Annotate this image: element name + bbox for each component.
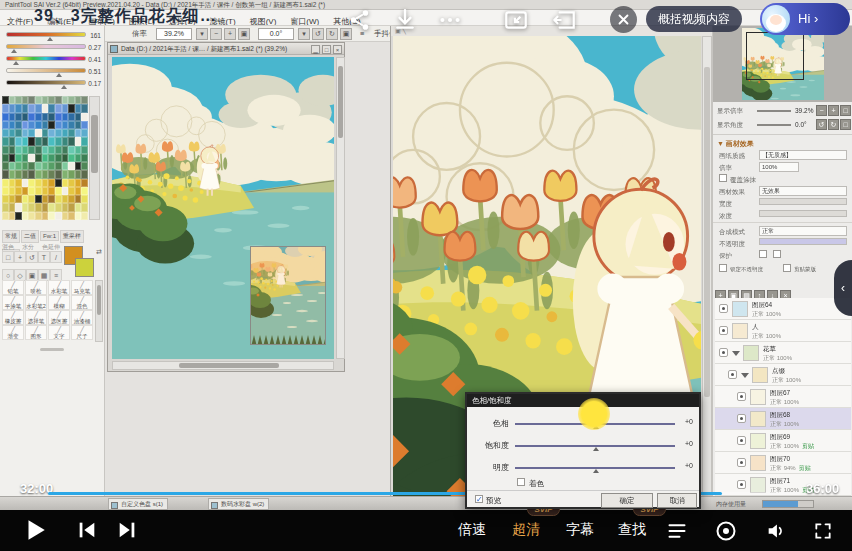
- swatch-cell[interactable]: [42, 187, 49, 195]
- swatch-cell[interactable]: [48, 121, 55, 129]
- effect-density-slider[interactable]: [759, 210, 847, 217]
- color-slider[interactable]: 0.27: [2, 42, 103, 54]
- swatch-cell[interactable]: [9, 187, 16, 195]
- swatch-cell[interactable]: [55, 137, 62, 145]
- swatch-cell[interactable]: [75, 170, 82, 178]
- tool-icon[interactable]: T: [38, 251, 50, 263]
- swatch-cell[interactable]: [62, 146, 69, 154]
- swatch-cell[interactable]: [81, 121, 88, 129]
- swatch-cell[interactable]: [15, 137, 22, 145]
- layer-visibility-icon[interactable]: [737, 436, 746, 445]
- swatch-cell[interactable]: [68, 121, 75, 129]
- swatch-cell[interactable]: [48, 212, 55, 220]
- color-slider-marker[interactable]: [47, 37, 53, 41]
- swatch-cell[interactable]: [55, 170, 62, 178]
- swatch-cell[interactable]: [42, 154, 49, 162]
- color-slider[interactable]: 161: [2, 30, 103, 42]
- record-screen-icon[interactable]: [714, 519, 738, 547]
- maximize-button[interactable]: □: [322, 45, 331, 54]
- swatch-scrollbar[interactable]: [89, 96, 100, 220]
- swatch-cell[interactable]: [68, 195, 75, 203]
- zoom-canvas-vscroll-thumb[interactable]: [704, 67, 710, 397]
- swatch-cell[interactable]: [55, 212, 62, 220]
- swatch-cell[interactable]: [75, 187, 82, 195]
- swatch-cell[interactable]: [55, 162, 62, 170]
- swatch-cell[interactable]: [15, 179, 22, 187]
- reference-image-panel[interactable]: [250, 246, 326, 345]
- swatch-cell[interactable]: [22, 212, 29, 220]
- swatch-cell[interactable]: [81, 146, 88, 154]
- swatch-cell[interactable]: [62, 179, 69, 187]
- close-window-button[interactable]: ×: [333, 45, 342, 54]
- swatch-cell[interactable]: [62, 162, 69, 170]
- lightness-slider-marker[interactable]: [593, 469, 599, 473]
- swatch-cell[interactable]: [68, 137, 75, 145]
- swatch-cell[interactable]: [15, 187, 22, 195]
- ok-button[interactable]: 确定: [601, 493, 653, 508]
- swatch-cell[interactable]: [35, 113, 42, 121]
- texture-scale-value[interactable]: 100%: [759, 162, 799, 172]
- swatch-cell[interactable]: [28, 170, 35, 178]
- swatch-cell[interactable]: [55, 195, 62, 203]
- swatch-cell[interactable]: [68, 170, 75, 178]
- swatch-cell[interactable]: [55, 104, 62, 112]
- color-swatch-grid[interactable]: [2, 96, 88, 220]
- swatch-cell[interactable]: [68, 212, 75, 220]
- swatch-cell[interactable]: [42, 170, 49, 178]
- preview-checkbox[interactable]: ✓: [475, 495, 483, 503]
- swatch-cell[interactable]: [55, 179, 62, 187]
- layer-visibility-icon[interactable]: [719, 304, 728, 313]
- swatch-cell[interactable]: [15, 212, 22, 220]
- color-slider-marker[interactable]: [13, 61, 19, 65]
- swatch-cell[interactable]: [75, 162, 82, 170]
- swatch-cell[interactable]: [28, 104, 35, 112]
- swatch-cell[interactable]: [55, 187, 62, 195]
- colorize-checkbox[interactable]: [517, 478, 525, 486]
- swatch-cell[interactable]: [68, 179, 75, 187]
- color-slider-marker[interactable]: [11, 49, 17, 53]
- swatch-cell[interactable]: [28, 187, 35, 195]
- swatch-cell[interactable]: [35, 129, 42, 137]
- swatch-cell[interactable]: [55, 129, 62, 137]
- swatch-cell[interactable]: [68, 146, 75, 154]
- swatch-cell[interactable]: [62, 121, 69, 129]
- swatch-cell[interactable]: [48, 113, 55, 121]
- swatch-cell[interactable]: [22, 154, 29, 162]
- swatch-cell[interactable]: [9, 113, 16, 121]
- volume-icon[interactable]: [764, 520, 788, 546]
- swatch-cell[interactable]: [81, 203, 88, 211]
- swatch-cell[interactable]: [42, 146, 49, 154]
- swatch-cell[interactable]: [55, 96, 62, 104]
- brush-item[interactable]: ╱马克笔: [71, 280, 93, 295]
- swatch-cell[interactable]: [15, 113, 22, 121]
- brush-item[interactable]: ╱油漆桶: [71, 310, 93, 325]
- swatch-cell[interactable]: [15, 104, 22, 112]
- swatch-cell[interactable]: [35, 96, 42, 104]
- swatch-cell[interactable]: [42, 104, 49, 112]
- swatch-cell[interactable]: [9, 170, 16, 178]
- swatch-cell[interactable]: [42, 121, 49, 129]
- swatch-cell[interactable]: [42, 96, 49, 104]
- swatch-cell[interactable]: [9, 96, 16, 104]
- swatch-cell[interactable]: [9, 137, 16, 145]
- layer-visibility-icon[interactable]: [728, 370, 737, 379]
- effect-select[interactable]: 无效果: [759, 186, 847, 196]
- brush-item[interactable]: ╱选区擦: [48, 310, 70, 325]
- nav-zoom-in-button[interactable]: +: [828, 105, 839, 116]
- swatch-cell[interactable]: [75, 129, 82, 137]
- swatch-cell[interactable]: [81, 137, 88, 145]
- playback-speed-button[interactable]: 倍速: [458, 521, 486, 539]
- swatch-cell[interactable]: [48, 179, 55, 187]
- swatch-cell[interactable]: [62, 195, 69, 203]
- more-icon[interactable]: [437, 7, 463, 33]
- swatch-cell[interactable]: [75, 96, 82, 104]
- swatch-cell[interactable]: [35, 162, 42, 170]
- layer-row[interactable]: 花草正常 100%: [715, 342, 851, 364]
- canvas-angle-value[interactable]: 0.0°: [258, 28, 294, 40]
- canvas-vscroll-thumb[interactable]: [338, 66, 343, 138]
- brush-item[interactable]: ╱平涂笔: [2, 295, 24, 310]
- swatch-cell[interactable]: [15, 129, 22, 137]
- swatch-cell[interactable]: [2, 113, 9, 121]
- layer-visibility-icon[interactable]: [737, 392, 746, 401]
- play-button[interactable]: [22, 517, 48, 547]
